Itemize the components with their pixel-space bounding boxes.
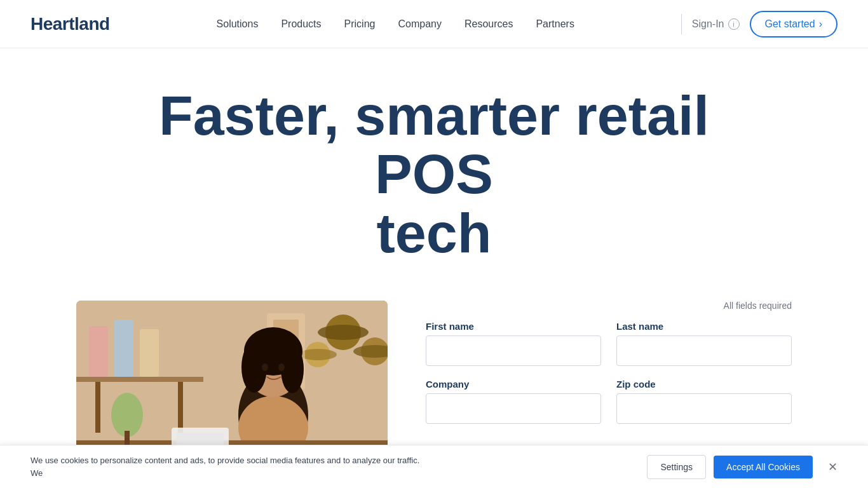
zip-code-input[interactable]	[616, 393, 792, 424]
header-divider	[681, 14, 682, 34]
svg-rect-27	[140, 329, 159, 377]
hero-title-line2: tech	[377, 201, 492, 264]
nav-item-resources[interactable]: Resources	[465, 18, 513, 30]
nav-item-company[interactable]: Company	[398, 18, 441, 30]
nav-item-pricing[interactable]: Pricing	[344, 18, 376, 30]
svg-rect-10	[95, 382, 100, 433]
nav-item-partners[interactable]: Partners	[536, 18, 574, 30]
form-row-name: First name Last name	[426, 321, 792, 366]
cookie-banner: We use cookies to personalize content an…	[0, 445, 868, 488]
svg-rect-11	[178, 382, 183, 433]
sign-in-link[interactable]: Sign-In	[692, 18, 724, 30]
cookie-accept-button[interactable]: Accept All Cookies	[714, 456, 813, 478]
cookie-text: We use cookies to personalize content an…	[31, 454, 424, 479]
nav-item-solutions[interactable]: Solutions	[217, 18, 259, 30]
form-group-zip: Zip code	[616, 379, 792, 424]
hero-title: Faster, smarter retail POS tech	[148, 86, 720, 262]
cookie-actions: Settings Accept All Cookies ✕	[647, 455, 837, 479]
cookie-close-button[interactable]: ✕	[828, 460, 837, 474]
form-row-company: Company Zip code	[426, 379, 792, 424]
hero-image: ■ Heartland	[76, 301, 388, 459]
get-started-button[interactable]: Get started ›	[750, 11, 837, 37]
main-nav: Solutions Products Pricing Company Resou…	[217, 18, 574, 30]
svg-point-28	[111, 393, 143, 437]
store-illustration: ■ Heartland	[76, 301, 388, 459]
svg-point-20	[278, 363, 285, 371]
info-icon[interactable]: i	[728, 18, 740, 30]
hero-title-line1: Faster, smarter retail POS	[159, 84, 709, 205]
svg-rect-25	[89, 326, 108, 377]
company-input[interactable]	[426, 393, 601, 424]
first-name-label: First name	[426, 321, 601, 332]
first-name-input[interactable]	[426, 336, 601, 366]
company-label: Company	[426, 379, 601, 390]
last-name-label: Last name	[616, 321, 792, 332]
sign-in-wrapper: Sign-In i	[692, 18, 740, 30]
logo: Heartland	[31, 14, 110, 34]
form-group-last-name: Last name	[616, 321, 792, 366]
form-group-company: Company	[426, 379, 601, 424]
last-name-input[interactable]	[616, 336, 792, 366]
form-group-first-name: First name	[426, 321, 601, 366]
form-section: All fields required First name Last name…	[426, 301, 792, 437]
svg-point-2	[318, 325, 369, 340]
nav-item-products[interactable]: Products	[281, 18, 321, 30]
hero-section: Faster, smarter retail POS tech	[0, 48, 868, 288]
header: Heartland Solutions Products Pricing Com…	[0, 0, 868, 48]
main-content: ■ Heartland All fields required First na…	[0, 301, 868, 459]
header-right: Sign-In i Get started ›	[681, 11, 837, 37]
cookie-settings-button[interactable]: Settings	[647, 455, 706, 479]
chevron-right-icon: ›	[819, 18, 822, 30]
zip-code-label: Zip code	[616, 379, 792, 390]
svg-rect-26	[114, 320, 133, 377]
all-fields-required-label: All fields required	[426, 301, 792, 311]
svg-point-18	[281, 345, 304, 393]
svg-point-19	[262, 363, 268, 371]
get-started-label: Get started	[765, 18, 815, 30]
svg-rect-9	[76, 377, 203, 382]
